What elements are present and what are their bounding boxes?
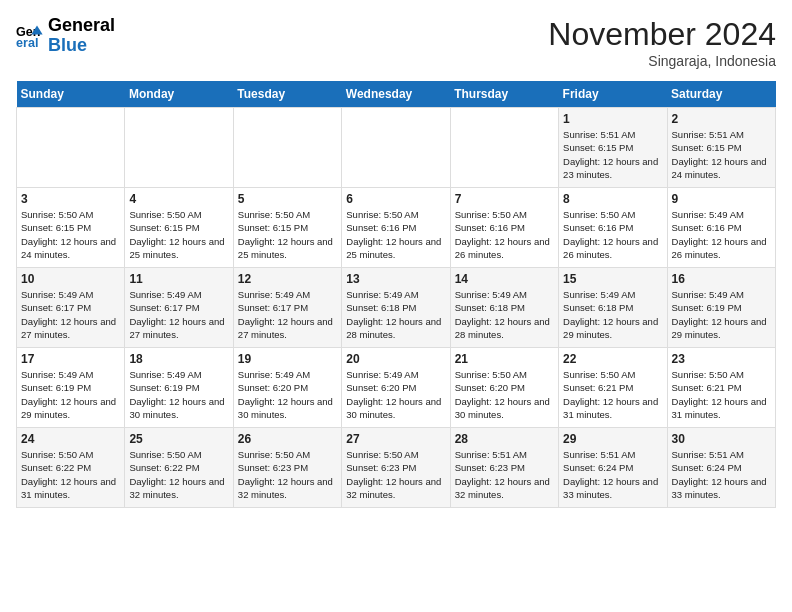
day-header-wednesday: Wednesday [342, 81, 450, 108]
svg-text:eral: eral [16, 36, 38, 50]
day-header-thursday: Thursday [450, 81, 558, 108]
calendar-cell: 14Sunrise: 5:49 AM Sunset: 6:18 PM Dayli… [450, 268, 558, 348]
day-number: 25 [129, 432, 228, 446]
day-info: Sunrise: 5:49 AM Sunset: 6:19 PM Dayligh… [21, 368, 120, 421]
day-info: Sunrise: 5:49 AM Sunset: 6:17 PM Dayligh… [21, 288, 120, 341]
calendar-cell: 25Sunrise: 5:50 AM Sunset: 6:22 PM Dayli… [125, 428, 233, 508]
day-number: 27 [346, 432, 445, 446]
calendar-cell: 30Sunrise: 5:51 AM Sunset: 6:24 PM Dayli… [667, 428, 775, 508]
calendar-header-row: SundayMondayTuesdayWednesdayThursdayFrid… [17, 81, 776, 108]
logo-icon: Gen eral [16, 22, 44, 50]
month-title: November 2024 [548, 16, 776, 53]
day-info: Sunrise: 5:49 AM Sunset: 6:19 PM Dayligh… [672, 288, 771, 341]
day-info: Sunrise: 5:50 AM Sunset: 6:22 PM Dayligh… [129, 448, 228, 501]
calendar-cell: 15Sunrise: 5:49 AM Sunset: 6:18 PM Dayli… [559, 268, 667, 348]
calendar-week-row: 10Sunrise: 5:49 AM Sunset: 6:17 PM Dayli… [17, 268, 776, 348]
calendar-cell [450, 108, 558, 188]
day-info: Sunrise: 5:50 AM Sunset: 6:23 PM Dayligh… [238, 448, 337, 501]
calendar-cell: 8Sunrise: 5:50 AM Sunset: 6:16 PM Daylig… [559, 188, 667, 268]
day-info: Sunrise: 5:49 AM Sunset: 6:16 PM Dayligh… [672, 208, 771, 261]
calendar-cell: 5Sunrise: 5:50 AM Sunset: 6:15 PM Daylig… [233, 188, 341, 268]
calendar-cell: 12Sunrise: 5:49 AM Sunset: 6:17 PM Dayli… [233, 268, 341, 348]
calendar-cell: 24Sunrise: 5:50 AM Sunset: 6:22 PM Dayli… [17, 428, 125, 508]
day-number: 2 [672, 112, 771, 126]
day-header-friday: Friday [559, 81, 667, 108]
day-number: 5 [238, 192, 337, 206]
day-number: 21 [455, 352, 554, 366]
day-info: Sunrise: 5:51 AM Sunset: 6:24 PM Dayligh… [672, 448, 771, 501]
day-info: Sunrise: 5:51 AM Sunset: 6:23 PM Dayligh… [455, 448, 554, 501]
day-number: 18 [129, 352, 228, 366]
day-header-saturday: Saturday [667, 81, 775, 108]
calendar-cell: 13Sunrise: 5:49 AM Sunset: 6:18 PM Dayli… [342, 268, 450, 348]
day-number: 23 [672, 352, 771, 366]
day-info: Sunrise: 5:50 AM Sunset: 6:16 PM Dayligh… [346, 208, 445, 261]
day-number: 20 [346, 352, 445, 366]
day-number: 7 [455, 192, 554, 206]
calendar-cell: 19Sunrise: 5:49 AM Sunset: 6:20 PM Dayli… [233, 348, 341, 428]
day-number: 8 [563, 192, 662, 206]
calendar-table: SundayMondayTuesdayWednesdayThursdayFrid… [16, 81, 776, 508]
calendar-cell: 17Sunrise: 5:49 AM Sunset: 6:19 PM Dayli… [17, 348, 125, 428]
day-info: Sunrise: 5:49 AM Sunset: 6:18 PM Dayligh… [455, 288, 554, 341]
calendar-cell [342, 108, 450, 188]
day-info: Sunrise: 5:49 AM Sunset: 6:17 PM Dayligh… [129, 288, 228, 341]
calendar-cell: 22Sunrise: 5:50 AM Sunset: 6:21 PM Dayli… [559, 348, 667, 428]
day-number: 17 [21, 352, 120, 366]
day-number: 19 [238, 352, 337, 366]
day-info: Sunrise: 5:49 AM Sunset: 6:20 PM Dayligh… [346, 368, 445, 421]
day-number: 16 [672, 272, 771, 286]
day-number: 29 [563, 432, 662, 446]
day-number: 14 [455, 272, 554, 286]
day-info: Sunrise: 5:50 AM Sunset: 6:15 PM Dayligh… [238, 208, 337, 261]
day-info: Sunrise: 5:50 AM Sunset: 6:16 PM Dayligh… [563, 208, 662, 261]
calendar-cell: 23Sunrise: 5:50 AM Sunset: 6:21 PM Dayli… [667, 348, 775, 428]
logo-line1: General [48, 16, 115, 36]
day-number: 28 [455, 432, 554, 446]
day-number: 3 [21, 192, 120, 206]
day-info: Sunrise: 5:50 AM Sunset: 6:15 PM Dayligh… [21, 208, 120, 261]
calendar-cell: 9Sunrise: 5:49 AM Sunset: 6:16 PM Daylig… [667, 188, 775, 268]
calendar-week-row: 3Sunrise: 5:50 AM Sunset: 6:15 PM Daylig… [17, 188, 776, 268]
calendar-cell: 3Sunrise: 5:50 AM Sunset: 6:15 PM Daylig… [17, 188, 125, 268]
calendar-week-row: 24Sunrise: 5:50 AM Sunset: 6:22 PM Dayli… [17, 428, 776, 508]
day-number: 11 [129, 272, 228, 286]
calendar-cell: 29Sunrise: 5:51 AM Sunset: 6:24 PM Dayli… [559, 428, 667, 508]
title-section: November 2024 Singaraja, Indonesia [548, 16, 776, 69]
day-info: Sunrise: 5:50 AM Sunset: 6:16 PM Dayligh… [455, 208, 554, 261]
calendar-cell: 1Sunrise: 5:51 AM Sunset: 6:15 PM Daylig… [559, 108, 667, 188]
calendar-cell: 16Sunrise: 5:49 AM Sunset: 6:19 PM Dayli… [667, 268, 775, 348]
calendar-week-row: 17Sunrise: 5:49 AM Sunset: 6:19 PM Dayli… [17, 348, 776, 428]
calendar-week-row: 1Sunrise: 5:51 AM Sunset: 6:15 PM Daylig… [17, 108, 776, 188]
day-number: 6 [346, 192, 445, 206]
day-number: 22 [563, 352, 662, 366]
day-header-sunday: Sunday [17, 81, 125, 108]
day-info: Sunrise: 5:50 AM Sunset: 6:21 PM Dayligh… [672, 368, 771, 421]
logo-line2: Blue [48, 36, 115, 56]
page-header: Gen eral General Blue November 2024 Sing… [16, 16, 776, 69]
day-number: 12 [238, 272, 337, 286]
day-info: Sunrise: 5:49 AM Sunset: 6:20 PM Dayligh… [238, 368, 337, 421]
day-number: 15 [563, 272, 662, 286]
day-info: Sunrise: 5:50 AM Sunset: 6:23 PM Dayligh… [346, 448, 445, 501]
day-info: Sunrise: 5:50 AM Sunset: 6:20 PM Dayligh… [455, 368, 554, 421]
calendar-cell [233, 108, 341, 188]
day-info: Sunrise: 5:50 AM Sunset: 6:21 PM Dayligh… [563, 368, 662, 421]
logo: Gen eral General Blue [16, 16, 115, 56]
day-header-monday: Monday [125, 81, 233, 108]
calendar-cell: 26Sunrise: 5:50 AM Sunset: 6:23 PM Dayli… [233, 428, 341, 508]
calendar-cell: 7Sunrise: 5:50 AM Sunset: 6:16 PM Daylig… [450, 188, 558, 268]
calendar-cell: 2Sunrise: 5:51 AM Sunset: 6:15 PM Daylig… [667, 108, 775, 188]
calendar-cell: 27Sunrise: 5:50 AM Sunset: 6:23 PM Dayli… [342, 428, 450, 508]
day-number: 24 [21, 432, 120, 446]
day-info: Sunrise: 5:50 AM Sunset: 6:15 PM Dayligh… [129, 208, 228, 261]
calendar-cell: 10Sunrise: 5:49 AM Sunset: 6:17 PM Dayli… [17, 268, 125, 348]
calendar-cell: 4Sunrise: 5:50 AM Sunset: 6:15 PM Daylig… [125, 188, 233, 268]
day-number: 1 [563, 112, 662, 126]
day-header-tuesday: Tuesday [233, 81, 341, 108]
calendar-cell [125, 108, 233, 188]
day-number: 26 [238, 432, 337, 446]
calendar-cell: 11Sunrise: 5:49 AM Sunset: 6:17 PM Dayli… [125, 268, 233, 348]
day-number: 30 [672, 432, 771, 446]
day-number: 10 [21, 272, 120, 286]
